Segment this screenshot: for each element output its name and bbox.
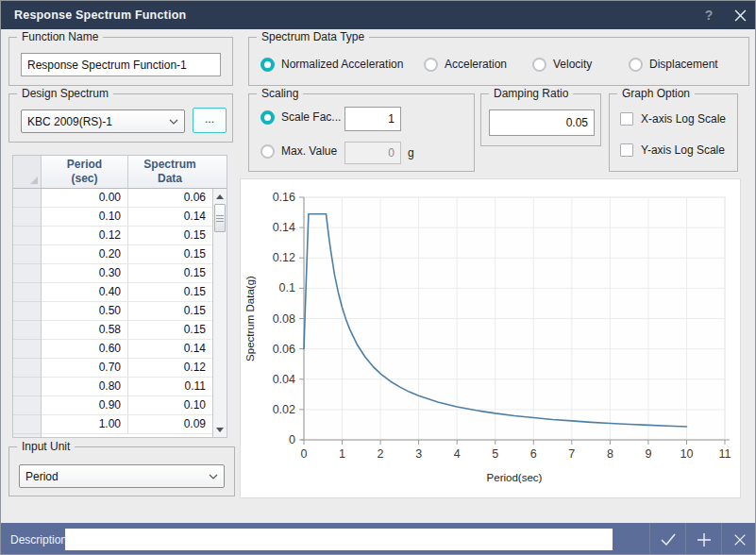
period-cell[interactable]: 0.70	[42, 359, 128, 378]
damping-ratio-group: Damping Ratio	[480, 93, 601, 146]
radio-scale-factor[interactable]: Scale Fac...	[260, 109, 341, 125]
spectrum-cell[interactable]: 0.12	[128, 359, 212, 378]
period-cell[interactable]: 0.00	[42, 189, 128, 208]
spectrum-cell[interactable]: 0.15	[128, 264, 212, 283]
radio-displacement[interactable]: Displacement	[629, 57, 718, 72]
x-axis-log-scale-checkbox[interactable]: X-axis Log Scale	[620, 111, 726, 126]
table-row[interactable]: 0.300.15	[13, 264, 212, 283]
input-unit-select[interactable]: Period	[19, 464, 225, 488]
cancel-button[interactable]	[721, 523, 756, 555]
radio-velocity[interactable]: Velocity	[532, 57, 592, 72]
row-selector[interactable]	[13, 396, 42, 415]
table-row[interactable]: 0.580.15	[13, 321, 212, 340]
table-row[interactable]: 0.100.14	[13, 208, 212, 227]
row-selector[interactable]	[13, 189, 42, 208]
y-axis-log-scale-checkbox[interactable]: Y-axis Log Scale	[620, 143, 725, 158]
spectrum-chart: 0123456789101100.020.040.060.080.10.120.…	[240, 178, 741, 498]
radio-icon[interactable]	[260, 110, 275, 125]
scroll-down-icon[interactable]	[213, 422, 227, 437]
table-scrollbar[interactable]	[212, 189, 227, 437]
period-cell[interactable]: 0.50	[42, 302, 128, 321]
dialog-title: Response Spectrum Function	[1, 8, 186, 22]
row-selector[interactable]	[13, 359, 42, 378]
max-value-input[interactable]	[344, 142, 401, 164]
corner-header-cell[interactable]	[13, 156, 42, 188]
table-header: Period(sec) SpectrumData	[13, 156, 227, 189]
checkbox-icon[interactable]	[620, 112, 633, 126]
spectrum-cell[interactable]: 0.15	[128, 283, 212, 302]
period-cell[interactable]: 0.10	[42, 208, 128, 227]
scroll-up-icon[interactable]	[213, 189, 227, 204]
spectrum-cell[interactable]: 0.15	[128, 302, 212, 321]
spectrum-cell[interactable]: 0.10	[128, 396, 212, 415]
scale-factor-input[interactable]	[344, 107, 401, 131]
radio-icon[interactable]	[424, 58, 438, 72]
row-selector[interactable]	[13, 340, 42, 359]
svg-text:5: 5	[492, 447, 498, 461]
table-row[interactable]: 0.400.15	[13, 283, 212, 302]
table-row[interactable]: 0.120.15	[13, 227, 212, 245]
table-row[interactable]: 0.600.14	[13, 340, 212, 359]
scrollbar-track[interactable]	[213, 232, 227, 422]
function-name-input[interactable]	[21, 53, 221, 76]
table-row[interactable]: 0.900.10	[13, 396, 212, 415]
close-icon	[732, 532, 748, 547]
row-selector[interactable]	[13, 245, 42, 264]
row-selector[interactable]	[13, 208, 42, 227]
radio-icon[interactable]	[260, 144, 275, 159]
spectrum-cell[interactable]: 0.14	[128, 340, 212, 359]
checkbox-icon[interactable]	[620, 143, 633, 157]
period-cell[interactable]: 0.12	[42, 227, 128, 245]
table-row[interactable]: 0.700.12	[13, 359, 212, 378]
period-cell[interactable]: 1.00	[42, 415, 128, 434]
radio-icon[interactable]	[260, 58, 275, 72]
period-cell[interactable]: 0.90	[42, 396, 128, 415]
row-selector[interactable]	[13, 302, 42, 321]
scrollbar-thumb[interactable]	[214, 204, 226, 232]
help-icon[interactable]: ?	[700, 8, 717, 23]
period-cell[interactable]: 0.60	[42, 340, 128, 359]
damping-ratio-input[interactable]	[489, 109, 595, 136]
table-row[interactable]: 0.500.15	[13, 302, 212, 321]
close-icon[interactable]	[731, 6, 749, 25]
ok-button[interactable]	[649, 523, 685, 555]
spectrum-column-header[interactable]: SpectrumData	[128, 156, 211, 188]
table-row[interactable]: 1.000.09	[13, 415, 212, 434]
row-selector[interactable]	[13, 415, 42, 434]
add-button[interactable]	[685, 523, 721, 555]
radio-icon[interactable]	[629, 58, 643, 72]
svg-text:0.16: 0.16	[273, 191, 295, 204]
table-row[interactable]: 0.000.06	[13, 189, 212, 208]
design-spectrum-select[interactable]: KBC 2009(RS)-1	[21, 109, 185, 133]
period-cell[interactable]: 0.80	[42, 378, 128, 396]
period-cell[interactable]: 0.30	[42, 264, 128, 283]
row-selector[interactable]	[13, 264, 42, 283]
row-selector[interactable]	[13, 283, 42, 302]
spectrum-cell[interactable]: 0.15	[128, 245, 212, 264]
period-cell[interactable]: 0.20	[42, 245, 128, 264]
period-cell[interactable]: 0.40	[42, 283, 128, 302]
svg-text:0: 0	[289, 433, 295, 446]
row-selector[interactable]	[13, 227, 42, 245]
row-selector[interactable]	[13, 321, 42, 340]
radio-normalized-acceleration[interactable]: Normalized Acceleration	[260, 57, 403, 72]
spectrum-cell[interactable]: 0.06	[128, 189, 212, 208]
radio-acceleration[interactable]: Acceleration	[424, 57, 507, 72]
row-selector[interactable]	[13, 378, 42, 396]
svg-text:0.14: 0.14	[273, 221, 295, 234]
svg-text:3: 3	[415, 447, 422, 461]
spectrum-cell[interactable]: 0.15	[128, 321, 212, 340]
svg-text:0.02: 0.02	[273, 403, 295, 416]
radio-icon[interactable]	[532, 58, 546, 72]
table-row[interactable]: 0.800.11	[13, 378, 212, 396]
spectrum-cell[interactable]: 0.14	[128, 208, 212, 227]
description-input[interactable]	[65, 529, 613, 550]
spectrum-cell[interactable]: 0.09	[128, 415, 212, 434]
radio-max-value[interactable]: Max. Value	[260, 143, 337, 159]
period-column-header[interactable]: Period(sec)	[42, 156, 128, 188]
browse-button[interactable]: ...	[193, 108, 227, 133]
period-cell[interactable]: 0.58	[42, 321, 128, 340]
table-row[interactable]: 0.200.15	[13, 245, 212, 264]
spectrum-cell[interactable]: 0.11	[128, 378, 212, 396]
spectrum-cell[interactable]: 0.15	[128, 227, 212, 245]
